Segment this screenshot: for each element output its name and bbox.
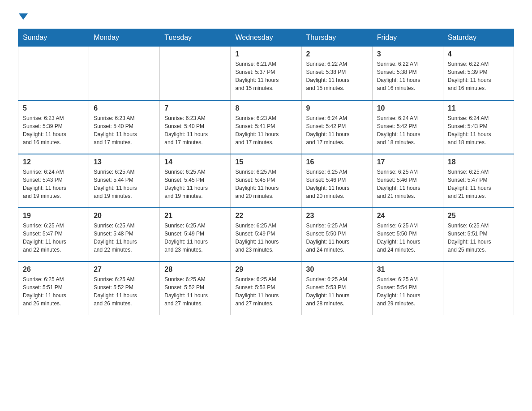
calendar-cell: 4Sunrise: 6:22 AM Sunset: 5:39 PM Daylig… [443,47,514,100]
calendar-cell: 19Sunrise: 6:25 AM Sunset: 5:47 PM Dayli… [18,208,89,261]
calendar-cell: 11Sunrise: 6:24 AM Sunset: 5:43 PM Dayli… [443,100,514,154]
week-row-3: 12Sunrise: 6:24 AM Sunset: 5:43 PM Dayli… [18,154,514,208]
day-number: 5 [23,104,84,112]
day-info: Sunrise: 6:24 AM Sunset: 5:43 PM Dayligh… [23,168,84,200]
day-number: 31 [377,265,438,274]
day-number: 24 [377,212,438,220]
week-row-2: 5Sunrise: 6:23 AM Sunset: 5:39 PM Daylig… [18,100,514,154]
calendar-cell: 23Sunrise: 6:25 AM Sunset: 5:50 PM Dayli… [301,208,372,261]
column-header-friday: Friday [372,29,443,47]
week-row-5: 26Sunrise: 6:25 AM Sunset: 5:51 PM Dayli… [18,261,514,315]
day-number: 16 [306,158,368,166]
column-header-wednesday: Wednesday [231,29,301,47]
week-row-1: 1Sunrise: 6:21 AM Sunset: 5:37 PM Daylig… [18,47,514,100]
day-info: Sunrise: 6:25 AM Sunset: 5:50 PM Dayligh… [377,222,438,254]
column-header-tuesday: Tuesday [160,29,231,47]
day-info: Sunrise: 6:25 AM Sunset: 5:49 PM Dayligh… [235,222,296,254]
day-info: Sunrise: 6:24 AM Sunset: 5:42 PM Dayligh… [306,114,368,146]
day-info: Sunrise: 6:22 AM Sunset: 5:39 PM Dayligh… [448,60,509,92]
calendar-cell [89,47,160,100]
day-number: 12 [23,158,84,166]
calendar-cell: 7Sunrise: 6:23 AM Sunset: 5:40 PM Daylig… [160,100,231,154]
calendar-cell: 22Sunrise: 6:25 AM Sunset: 5:49 PM Dayli… [231,208,301,261]
day-number: 7 [164,104,226,112]
calendar-cell: 30Sunrise: 6:25 AM Sunset: 5:53 PM Dayli… [301,261,372,315]
calendar-cell: 21Sunrise: 6:25 AM Sunset: 5:49 PM Dayli… [160,208,231,261]
day-info: Sunrise: 6:25 AM Sunset: 5:52 PM Dayligh… [94,275,155,308]
calendar-cell: 2Sunrise: 6:22 AM Sunset: 5:38 PM Daylig… [301,47,372,100]
calendar-cell: 28Sunrise: 6:25 AM Sunset: 5:52 PM Dayli… [160,261,231,315]
day-info: Sunrise: 6:25 AM Sunset: 5:47 PM Dayligh… [23,222,84,254]
day-info: Sunrise: 6:25 AM Sunset: 5:53 PM Dayligh… [235,275,296,308]
column-header-sunday: Sunday [18,29,89,47]
calendar-cell: 29Sunrise: 6:25 AM Sunset: 5:53 PM Dayli… [231,261,301,315]
day-number: 18 [448,158,509,166]
day-info: Sunrise: 6:25 AM Sunset: 5:54 PM Dayligh… [377,275,438,308]
calendar-cell: 25Sunrise: 6:25 AM Sunset: 5:51 PM Dayli… [443,208,514,261]
day-number: 3 [377,50,438,58]
day-info: Sunrise: 6:25 AM Sunset: 5:46 PM Dayligh… [377,168,438,200]
day-info: Sunrise: 6:25 AM Sunset: 5:51 PM Dayligh… [448,222,509,254]
calendar-cell: 17Sunrise: 6:25 AM Sunset: 5:46 PM Dayli… [372,154,443,208]
calendar-cell [160,47,231,100]
calendar-cell: 27Sunrise: 6:25 AM Sunset: 5:52 PM Dayli… [89,261,160,315]
day-number: 27 [94,265,155,274]
day-info: Sunrise: 6:25 AM Sunset: 5:48 PM Dayligh… [94,222,155,254]
day-info: Sunrise: 6:25 AM Sunset: 5:46 PM Dayligh… [306,168,368,200]
column-header-thursday: Thursday [301,29,372,47]
calendar-cell: 13Sunrise: 6:25 AM Sunset: 5:44 PM Dayli… [89,154,160,208]
day-info: Sunrise: 6:25 AM Sunset: 5:44 PM Dayligh… [94,168,155,200]
day-info: Sunrise: 6:25 AM Sunset: 5:45 PM Dayligh… [164,168,226,200]
calendar-cell: 5Sunrise: 6:23 AM Sunset: 5:39 PM Daylig… [18,100,89,154]
day-info: Sunrise: 6:25 AM Sunset: 5:51 PM Dayligh… [23,275,84,308]
day-number: 19 [23,212,84,220]
week-row-4: 19Sunrise: 6:25 AM Sunset: 5:47 PM Dayli… [18,208,514,261]
calendar-cell: 3Sunrise: 6:22 AM Sunset: 5:38 PM Daylig… [372,47,443,100]
calendar-cell: 9Sunrise: 6:24 AM Sunset: 5:42 PM Daylig… [301,100,372,154]
day-info: Sunrise: 6:22 AM Sunset: 5:38 PM Dayligh… [377,60,438,92]
calendar-cell: 1Sunrise: 6:21 AM Sunset: 5:37 PM Daylig… [231,47,301,100]
day-number: 23 [306,212,368,220]
day-number: 25 [448,212,509,220]
day-number: 28 [164,265,226,274]
day-info: Sunrise: 6:24 AM Sunset: 5:43 PM Dayligh… [448,114,509,146]
day-info: Sunrise: 6:25 AM Sunset: 5:52 PM Dayligh… [164,275,226,308]
day-number: 9 [306,104,368,112]
day-number: 10 [377,104,438,112]
calendar-cell: 26Sunrise: 6:25 AM Sunset: 5:51 PM Dayli… [18,261,89,315]
day-info: Sunrise: 6:23 AM Sunset: 5:40 PM Dayligh… [164,114,226,146]
day-number: 29 [235,265,296,274]
day-info: Sunrise: 6:23 AM Sunset: 5:39 PM Dayligh… [23,114,84,146]
day-number: 6 [94,104,155,112]
day-info: Sunrise: 6:25 AM Sunset: 5:49 PM Dayligh… [164,222,226,254]
calendar-table: SundayMondayTuesdayWednesdayThursdayFrid… [18,29,514,315]
page-header [18,13,514,20]
calendar-cell: 16Sunrise: 6:25 AM Sunset: 5:46 PM Dayli… [301,154,372,208]
day-number: 22 [235,212,296,220]
calendar-cell: 15Sunrise: 6:25 AM Sunset: 5:45 PM Dayli… [231,154,301,208]
day-info: Sunrise: 6:24 AM Sunset: 5:42 PM Dayligh… [377,114,438,146]
calendar-cell: 8Sunrise: 6:23 AM Sunset: 5:41 PM Daylig… [231,100,301,154]
day-info: Sunrise: 6:23 AM Sunset: 5:41 PM Dayligh… [235,114,296,146]
calendar-cell: 6Sunrise: 6:23 AM Sunset: 5:40 PM Daylig… [89,100,160,154]
calendar-cell: 12Sunrise: 6:24 AM Sunset: 5:43 PM Dayli… [18,154,89,208]
day-number: 2 [306,50,368,58]
day-info: Sunrise: 6:25 AM Sunset: 5:45 PM Dayligh… [235,168,296,200]
day-number: 15 [235,158,296,166]
calendar-cell: 31Sunrise: 6:25 AM Sunset: 5:54 PM Dayli… [372,261,443,315]
column-header-saturday: Saturday [443,29,514,47]
day-info: Sunrise: 6:23 AM Sunset: 5:40 PM Dayligh… [94,114,155,146]
day-number: 8 [235,104,296,112]
day-number: 1 [235,50,296,58]
header-row: SundayMondayTuesdayWednesdayThursdayFrid… [18,29,514,47]
logo [18,13,28,20]
day-number: 30 [306,265,368,274]
day-number: 14 [164,158,226,166]
calendar-cell: 24Sunrise: 6:25 AM Sunset: 5:50 PM Dayli… [372,208,443,261]
day-number: 13 [94,158,155,166]
day-number: 26 [23,265,84,274]
day-info: Sunrise: 6:25 AM Sunset: 5:53 PM Dayligh… [306,275,368,308]
logo-triangle-icon [19,13,28,20]
day-number: 17 [377,158,438,166]
calendar-cell [18,47,89,100]
